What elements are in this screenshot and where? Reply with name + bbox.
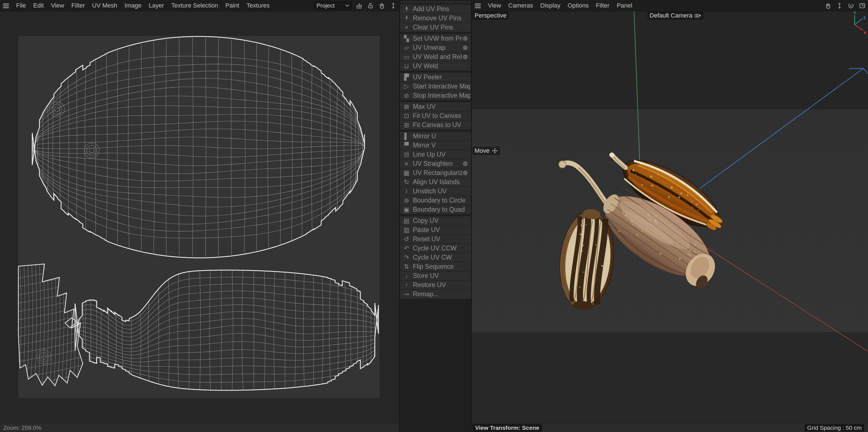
command-boundary-to-circle[interactable]: ⊚Boundary to Circle — [400, 196, 471, 205]
command-label: UV Peeler — [413, 74, 471, 81]
menu-layer[interactable]: Layer — [145, 2, 167, 9]
menu-filter[interactable]: Filter — [68, 2, 89, 9]
command-cycle-uv-ccw[interactable]: ↶Cycle UV CCW — [400, 244, 471, 253]
viewport-statusbar: View Transform: Scene Grid Spacing : 50 … — [472, 423, 868, 432]
command-uv-unwrap[interactable]: ▱UV Unwrap — [400, 44, 471, 53]
pan-hand-icon[interactable] — [376, 2, 388, 9]
command-mirror-u[interactable]: ▌Mirror U — [400, 132, 471, 141]
command-fit-uv-to-canvas[interactable]: ⊡Fit UV to Canvas — [400, 112, 471, 121]
viewport-menu-panel[interactable]: Panel — [613, 2, 636, 9]
hamburger-menu-icon[interactable] — [472, 2, 484, 9]
command-store-uv[interactable]: ↓Store UV — [400, 271, 471, 281]
command-remove-uv-pins[interactable]: Remove UV Pins — [400, 14, 471, 23]
command-clear-uv-pins[interactable]: ×Clear UV Pins — [400, 23, 471, 32]
histogram-icon[interactable] — [353, 2, 365, 9]
command-uv-rectangularize[interactable]: ▦UV Rectangularize — [400, 169, 471, 178]
gear-options-icon[interactable] — [462, 161, 468, 167]
command-restore-uv[interactable]: ↑Restore UV — [400, 281, 471, 290]
command-uv-weld[interactable]: ⊔UV Weld — [400, 62, 471, 70]
command-reset-uv[interactable]: ↺Reset UV — [400, 235, 471, 244]
hamburger-menu-icon[interactable] — [0, 2, 12, 9]
project-dropdown[interactable]: Project — [314, 1, 352, 10]
gear-options-icon[interactable] — [462, 170, 468, 176]
command-set-uvw-from-projection[interactable]: ▚Set UVW from Projection — [400, 34, 471, 44]
menu-texture-selection[interactable]: Texture Selection — [167, 2, 222, 9]
remap-icon: ⊸ — [400, 291, 413, 298]
palette-group-3: ▛UV Peeler▷Start Interactive Mapping⊘Sto… — [400, 73, 471, 100]
command-max-uv[interactable]: ⊠Max UV — [400, 103, 471, 112]
view-transform-status: View Transform: Scene — [472, 424, 542, 432]
bodypaint-uv-workspace: { "left_panel": { "menu": ["File","Edit"… — [0, 0, 868, 432]
unstitch-uv-icon: ≀ — [400, 188, 413, 195]
command-boundary-to-quad[interactable]: ▣Boundary to Quad — [400, 205, 471, 214]
viewport-3d-area[interactable]: YZX Perspective Default Camera Move — [472, 11, 868, 424]
command-uv-weld-and-relax[interactable]: ▭UV Weld and Relax — [400, 53, 471, 62]
zoom-updown-icon[interactable] — [388, 2, 399, 9]
command-align-uv-islands[interactable]: ↻Align UV Islands — [400, 178, 471, 187]
menu-uv-mesh[interactable]: UV Mesh — [89, 2, 121, 9]
viewport-scene-svg: YZX — [472, 11, 868, 424]
max-uv-icon: ⊠ — [400, 103, 413, 110]
command-unstitch-uv[interactable]: ≀Unstitch UV — [400, 187, 471, 196]
unlock-icon[interactable] — [365, 2, 376, 9]
command-label: Remove UV Pins — [413, 15, 471, 22]
command-cycle-uv-cw[interactable]: ↷Cycle UV CW — [400, 253, 471, 262]
camera-label[interactable]: Default Camera — [647, 11, 704, 20]
fit-uv-to-canvas-icon: ⊡ — [400, 112, 413, 120]
uv-canvas-area[interactable] — [0, 11, 399, 424]
command-label: Restore UV — [413, 281, 471, 289]
viewport-panel: ViewCamerasDisplayOptionsFilterPanel YZX… — [472, 0, 868, 432]
palette-drag-handle[interactable] — [400, 1, 470, 3]
gear-options-icon[interactable] — [462, 45, 468, 51]
command-mirror-v[interactable]: ▀Mirror V — [400, 141, 471, 150]
command-start-interactive-mapping[interactable]: ▷Start Interactive Mapping — [400, 82, 471, 91]
command-stop-interactive-mapping[interactable]: ⊘Stop Interactive Mapping — [400, 91, 471, 100]
viewport-menu-options[interactable]: Options — [564, 2, 592, 9]
copy-uv-icon: ▤ — [400, 217, 413, 225]
command-uv-straighten[interactable]: ≡UV Straighten — [400, 160, 471, 169]
palette-group-1: Add UV PinsRemove UV Pins×Clear UV Pins — [400, 4, 471, 32]
command-fit-canvas-to-uv[interactable]: ⊞Fit Canvas to UV — [400, 121, 471, 129]
command-uv-peeler[interactable]: ▛UV Peeler — [400, 73, 471, 82]
gear-options-icon[interactable] — [462, 36, 468, 41]
command-remap[interactable]: ⊸Remap... — [400, 290, 471, 298]
command-line-up-uv[interactable]: ⊟Line Up UV — [400, 150, 471, 160]
viewport-menu-cameras[interactable]: Cameras — [504, 2, 536, 9]
menu-edit[interactable]: Edit — [29, 2, 47, 9]
command-label: Mirror V — [413, 142, 471, 149]
move-tool-icon — [492, 148, 498, 154]
orbit-icon[interactable] — [845, 2, 857, 9]
uv-editor-panel: FileEditViewFilterUV MeshImageLayerTextu… — [0, 0, 399, 432]
command-label: Flip Sequence — [413, 263, 471, 270]
viewport-menu-display[interactable]: Display — [537, 2, 564, 9]
command-paste-uv[interactable]: ▥Paste UV — [400, 226, 471, 235]
remove-uv-pins-icon — [400, 15, 413, 21]
maximize-view-icon[interactable] — [857, 2, 868, 9]
viewport-menu-filter[interactable]: Filter — [592, 2, 613, 9]
active-tool-label[interactable]: Move — [472, 147, 500, 155]
pan-hand-icon[interactable] — [823, 2, 834, 9]
menu-textures[interactable]: Textures — [243, 2, 273, 9]
menu-image[interactable]: Image — [121, 2, 145, 9]
command-label: Clear UV Pins — [413, 24, 471, 31]
command-copy-uv[interactable]: ▤Copy UV — [400, 217, 471, 226]
command-flip-sequence[interactable]: ⇅Flip Sequence — [400, 262, 471, 271]
svg-text:X: X — [864, 30, 866, 35]
command-label: Store UV — [413, 272, 471, 280]
command-label: UV Unwrap — [413, 44, 462, 52]
dolly-updown-icon[interactable] — [834, 2, 845, 9]
command-add-uv-pins[interactable]: Add UV Pins — [400, 5, 471, 14]
view-mode-label[interactable]: Perspective — [472, 11, 509, 20]
command-label: UV Straighten — [413, 160, 462, 168]
uv-editor-statusbar: Zoom: 259.0% — [0, 423, 399, 432]
uv-weld-icon: ⊔ — [400, 63, 413, 70]
menu-paint[interactable]: Paint — [222, 2, 243, 9]
palette-groups: Add UV PinsRemove UV Pins×Clear UV Pins▚… — [400, 3, 471, 299]
menu-file[interactable]: File — [12, 2, 29, 9]
gear-options-icon[interactable] — [462, 54, 468, 60]
menu-view[interactable]: View — [47, 2, 67, 9]
command-label: Stop Interactive Mapping — [413, 92, 471, 99]
stop-interactive-mapping-icon: ⊘ — [400, 92, 413, 99]
viewport-menu-view[interactable]: View — [484, 2, 504, 9]
restore-uv-icon: ↑ — [400, 282, 413, 289]
